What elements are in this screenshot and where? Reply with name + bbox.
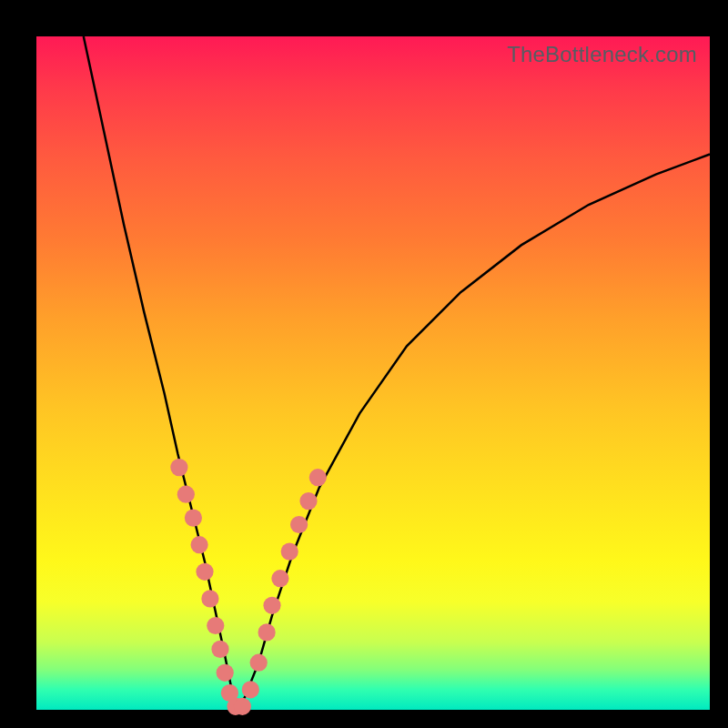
highlight-marker [170, 459, 187, 476]
highlight-marker [258, 623, 276, 641]
highlight-marker [263, 597, 280, 614]
bottleneck-curve [84, 36, 710, 710]
highlight-marker [185, 510, 202, 527]
plot-area: TheBottleneck.com [36, 36, 710, 710]
highlight-marker [234, 698, 251, 715]
highlight-marker [299, 492, 317, 510]
highlight-marker [211, 641, 228, 658]
marker-group [170, 459, 327, 715]
highlight-marker [191, 536, 208, 553]
highlight-marker [250, 654, 268, 672]
highlight-marker [217, 664, 234, 682]
highlight-marker [242, 681, 259, 698]
highlight-marker [281, 543, 298, 561]
highlight-marker [271, 570, 288, 587]
highlight-marker [207, 617, 224, 634]
highlight-marker [201, 590, 218, 607]
highlight-marker [290, 516, 308, 533]
chart-frame: TheBottleneck.com [0, 0, 728, 728]
highlight-marker [196, 563, 213, 581]
curve-layer [36, 36, 710, 710]
highlight-marker [177, 486, 195, 503]
highlight-marker [309, 469, 327, 486]
